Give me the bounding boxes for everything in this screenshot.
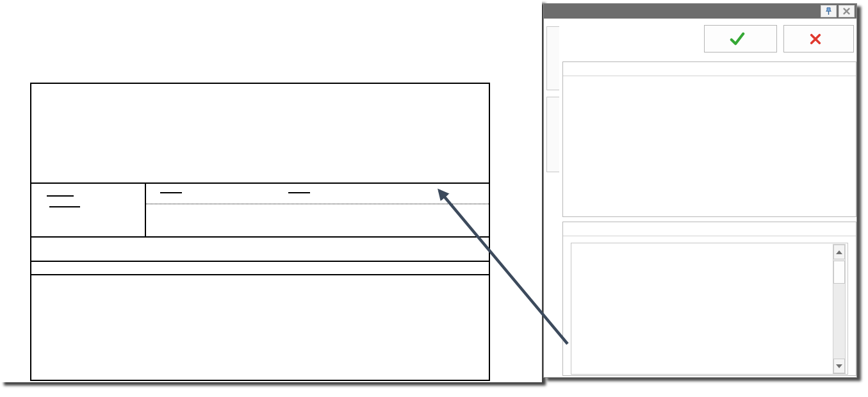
properties-panel xyxy=(543,3,857,378)
form-header-grid xyxy=(30,83,490,184)
close-icon xyxy=(843,8,850,15)
custom-properties-table xyxy=(571,243,848,375)
general-settings-group xyxy=(562,61,856,217)
panel-content xyxy=(561,19,856,377)
custom-properties-group xyxy=(562,222,856,376)
index-table xyxy=(30,274,490,381)
dock-tabstrip xyxy=(544,19,561,377)
form-notes xyxy=(30,236,490,262)
screenshot-stage xyxy=(0,0,868,397)
form-box-14[interactable] xyxy=(146,184,489,236)
index-section-title xyxy=(30,261,490,275)
pin-icon xyxy=(824,7,833,15)
note-b xyxy=(31,239,489,241)
ok-check-icon xyxy=(730,32,745,46)
scrollbar-thumb[interactable] xyxy=(833,261,845,284)
scrollbar[interactable] xyxy=(833,244,846,374)
scroll-up-button[interactable] xyxy=(833,245,845,259)
spreadsheet-window xyxy=(0,0,542,382)
custom-properties-title xyxy=(563,222,856,236)
reason-partial-fai-label xyxy=(146,204,489,207)
scroll-down-button[interactable] xyxy=(833,359,845,373)
assembly-fai-blank xyxy=(49,205,80,207)
tab-project-properties[interactable] xyxy=(546,97,559,172)
partial-fai-blank xyxy=(288,191,310,193)
scroll-down-icon xyxy=(836,364,842,368)
tab-bill-of-material[interactable] xyxy=(546,26,559,90)
full-fai-blank xyxy=(160,191,182,193)
form-box-13[interactable] xyxy=(31,184,146,236)
scroll-up-icon xyxy=(836,250,842,254)
close-button[interactable] xyxy=(839,5,855,17)
ok-button[interactable] xyxy=(704,25,777,53)
panel-body xyxy=(544,19,856,377)
detail-part-blank xyxy=(47,194,74,197)
panel-titlebar xyxy=(544,4,856,19)
scrollbar-track[interactable] xyxy=(833,284,845,359)
custom-properties-header xyxy=(572,244,847,259)
cancel-x-icon xyxy=(810,33,821,45)
form-box-13-14 xyxy=(30,182,490,238)
baseline-part-number-label xyxy=(146,193,489,200)
pin-button[interactable] xyxy=(821,5,837,17)
cancel-button[interactable] xyxy=(783,25,854,53)
general-settings-title xyxy=(563,62,856,76)
